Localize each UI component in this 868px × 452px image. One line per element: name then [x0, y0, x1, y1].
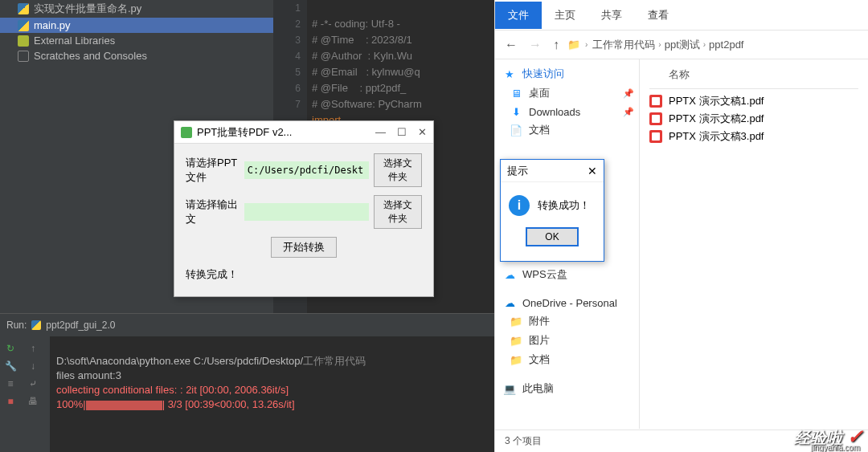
tab-view[interactable]: 查看 — [635, 2, 682, 29]
nav-this-pc[interactable]: 💻此电脑 — [495, 379, 639, 398]
print-icon[interactable]: 🖶 — [26, 394, 40, 409]
pdf-icon — [649, 95, 662, 108]
folder-icon: 📁 — [567, 39, 580, 51]
rerun-icon[interactable]: ↻ — [3, 341, 18, 356]
pin-icon: 📌 — [623, 107, 634, 117]
pdf-icon — [649, 112, 662, 125]
file-row[interactable]: PPTX 演示文稿3.pdf — [649, 128, 858, 145]
tab-file[interactable]: 文件 — [495, 2, 542, 29]
download-icon: ⬇ — [510, 105, 522, 118]
tree-file-main[interactable]: main.py — [0, 18, 273, 33]
pc-icon: 💻 — [503, 382, 516, 395]
info-icon: i — [509, 195, 530, 216]
wrench-icon[interactable]: 🔧 — [3, 359, 18, 373]
file-row[interactable]: PPTX 演示文稿1.pdf — [649, 92, 858, 110]
ppt-path-label: 请选择PPT文件 — [186, 156, 240, 185]
nav-back-icon[interactable]: ← — [502, 38, 521, 52]
tree-scratches[interactable]: Scratches and Consoles — [0, 48, 273, 63]
output-path-input[interactable] — [244, 203, 369, 221]
convert-status: 转换完成！ — [186, 263, 422, 287]
minimize-icon[interactable]: — — [375, 126, 386, 138]
dialog-title: PPT批量转PDF v2... — [197, 125, 292, 140]
output-path-label: 请选择输出文 — [186, 197, 240, 226]
ok-button[interactable]: OK — [526, 227, 578, 246]
folder-icon: 📁 — [510, 334, 522, 347]
nav-up-icon[interactable]: ↑ — [550, 38, 563, 52]
run-script-name[interactable]: ppt2pdf_gui_2.0 — [46, 320, 115, 331]
nav-attachments[interactable]: 📁附件 — [495, 312, 639, 331]
tab-share[interactable]: 共享 — [588, 2, 635, 29]
breadcrumb[interactable]: 工作常用代码› ppt测试› ppt2pdf — [592, 38, 743, 52]
python-icon — [18, 3, 29, 14]
cloud-icon: ☁ — [503, 268, 516, 281]
nav-forward-icon[interactable]: → — [526, 38, 545, 52]
quick-access[interactable]: ★快速访问 — [495, 64, 639, 83]
run-label: Run: — [6, 320, 27, 331]
library-icon — [18, 35, 29, 47]
watermark-url: jingyanla.com — [811, 443, 860, 452]
document-icon: 📄 — [510, 124, 522, 136]
maximize-icon[interactable]: ☐ — [397, 126, 407, 138]
run-header: Run: ppt2pdf_gui_2.0 — [0, 314, 494, 336]
onedrive-icon: ☁ — [503, 296, 516, 309]
nav-bar: ← → ↑ 📁 › 工作常用代码› ppt测试› ppt2pdf — [495, 31, 868, 59]
nav-documents[interactable]: 📄文档 — [495, 120, 639, 140]
stop-icon[interactable]: ■ — [3, 394, 18, 409]
progress-bar — [86, 401, 162, 410]
nav-wps[interactable]: ☁WPS云盘 — [495, 265, 639, 284]
python-icon — [18, 20, 29, 31]
folder-icon: 📁 — [510, 315, 522, 328]
nav-downloads[interactable]: ⬇Downloads📌 — [495, 103, 639, 120]
tab-home[interactable]: 主页 — [542, 2, 588, 29]
choose-ppt-button[interactable]: 选择文件夹 — [374, 153, 422, 187]
pdf-icon — [649, 130, 662, 143]
close-icon[interactable]: ✕ — [588, 165, 597, 177]
msgbox-titlebar[interactable]: 提示 ✕ — [501, 160, 604, 182]
nav-documents-2[interactable]: 📁文档 — [495, 350, 639, 369]
converter-dialog: PPT批量转PDF v2... — ☐ ✕ 请选择PPT文件 选择文件夹 请选择… — [174, 120, 434, 297]
dialog-titlebar[interactable]: PPT批量转PDF v2... — ☐ ✕ — [174, 121, 433, 144]
choose-output-button[interactable]: 选择文件夹 — [374, 195, 422, 229]
run-console: Run: ppt2pdf_gui_2.0 ↻ 🔧 ≡ ■ ↑ ↓ ⤶ 🖶 D:\… — [0, 313, 494, 452]
layout-icon[interactable]: ≡ — [3, 377, 18, 391]
nav-desktop[interactable]: 🖥桌面📌 — [495, 83, 639, 103]
file-list[interactable]: 名称 PPTX 演示文稿1.pdf PPTX 演示文稿2.pdf PPTX 演示… — [640, 59, 868, 429]
up-icon[interactable]: ↑ — [26, 341, 40, 356]
ribbon-tabs: 文件 主页 共享 查看 — [495, 0, 868, 31]
tree-external-libs[interactable]: External Libraries — [0, 33, 273, 48]
file-row[interactable]: PPTX 演示文稿2.pdf — [649, 110, 858, 128]
start-convert-button[interactable]: 开始转换 — [271, 237, 337, 258]
console-output[interactable]: D:\soft\Anaconda\python.exe C:/Users/pdc… — [56, 340, 366, 426]
star-icon: ★ — [503, 67, 516, 80]
run-toolbar: ↻ 🔧 ≡ ■ ↑ ↓ ⤶ 🖶 — [0, 336, 50, 452]
python-icon — [31, 320, 41, 330]
ppt-path-input[interactable] — [244, 161, 369, 179]
wrap-icon[interactable]: ⤶ — [26, 377, 40, 391]
pin-icon: 📌 — [623, 88, 634, 99]
app-icon — [181, 127, 192, 138]
desktop-icon: 🖥 — [510, 87, 522, 100]
scratch-icon — [18, 51, 29, 62]
close-icon[interactable]: ✕ — [418, 126, 427, 138]
column-name[interactable]: 名称 — [649, 66, 858, 89]
down-icon[interactable]: ↓ — [26, 359, 40, 373]
nav-pictures[interactable]: 📁图片 — [495, 331, 639, 350]
msgbox-title: 提示 — [507, 164, 528, 178]
folder-icon: 📁 — [510, 353, 522, 366]
message-box: 提示 ✕ i 转换成功！ OK — [500, 159, 604, 262]
tree-file-1[interactable]: 实现文件批量重命名.py — [0, 0, 273, 18]
nav-onedrive[interactable]: ☁OneDrive - Personal — [495, 294, 639, 312]
msgbox-text: 转换成功！ — [538, 198, 590, 213]
